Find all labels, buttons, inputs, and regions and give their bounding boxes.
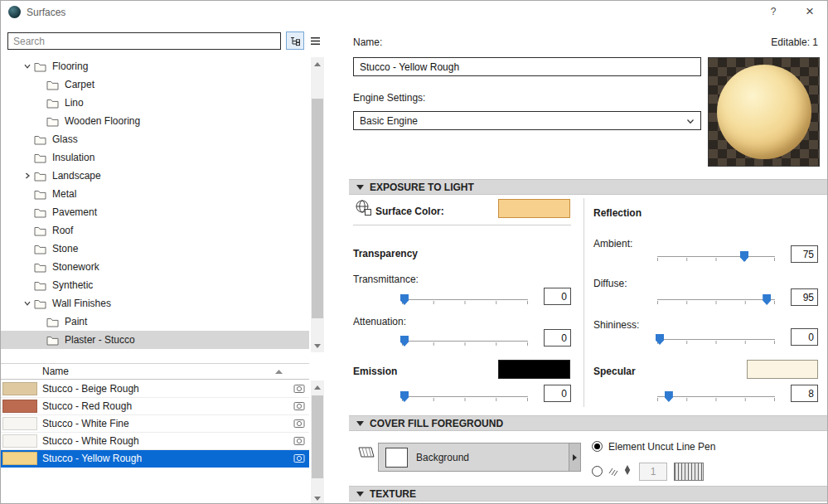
section-texture[interactable]: TEXTURE: [349, 486, 827, 502]
column-divider: [583, 198, 584, 407]
background-fill-select[interactable]: Background: [378, 443, 581, 472]
preview-icon[interactable]: [293, 384, 305, 394]
surface-color-swatch[interactable]: [498, 199, 570, 218]
collapse-triangle-icon: [356, 421, 364, 426]
left-panel: FlooringCarpetLinoWooden FlooringGlassIn…: [1, 24, 349, 503]
preview-icon[interactable]: [293, 419, 305, 429]
surface-color-icon: [354, 199, 372, 216]
folder-icon: [46, 317, 59, 327]
tree-item-label: Pavement: [52, 206, 97, 218]
diffuse-value[interactable]: [791, 288, 818, 306]
list-item-stucco-yellow-rough[interactable]: Stucco - Yellow Rough: [1, 450, 309, 468]
list-item-stucco-white-rough[interactable]: Stucco - White Rough: [1, 433, 309, 450]
emission-slider[interactable]: [400, 390, 530, 403]
name-label: Name:: [353, 36, 382, 48]
help-button[interactable]: ?: [766, 6, 781, 17]
preview-icon[interactable]: [293, 453, 305, 463]
chevron-down-icon[interactable]: [21, 299, 34, 308]
tree-item-landscape[interactable]: Landscape: [1, 167, 309, 185]
folder-tree: FlooringCarpetLinoWooden FlooringGlassIn…: [1, 57, 309, 352]
ambient-value[interactable]: [791, 245, 818, 263]
tree-item-metal[interactable]: Metal: [1, 185, 309, 203]
preview-icon[interactable]: [293, 401, 305, 411]
ambient-slider[interactable]: [656, 250, 777, 263]
scroll-down-icon[interactable]: [311, 339, 324, 352]
tree-item-stonework[interactable]: Stonework: [1, 258, 309, 276]
tree-item-carpet[interactable]: Carpet: [1, 75, 309, 94]
pen-color-button[interactable]: [674, 463, 704, 481]
ambient-label: Ambient:: [593, 238, 632, 250]
chevron-down-icon: [686, 119, 695, 124]
section-exposure-to-light[interactable]: EXPOSURE TO LIGHT: [349, 179, 827, 195]
scroll-up-icon[interactable]: [311, 380, 324, 394]
tree-item-roof[interactable]: Roof: [1, 221, 309, 240]
tree-item-wall-finishes[interactable]: Wall Finishes: [1, 294, 309, 313]
folder-icon: [46, 80, 59, 90]
folder-icon: [34, 134, 46, 145]
hatch-icon: [608, 466, 619, 477]
emission-value[interactable]: [544, 385, 571, 402]
transmittance-value[interactable]: [544, 288, 571, 305]
diffuse-slider[interactable]: [656, 293, 777, 306]
specular-label: Specular: [593, 366, 636, 377]
list-scrollbar-thumb[interactable]: [312, 395, 323, 478]
slider-ticks: [402, 398, 528, 401]
shininess-slider[interactable]: [656, 333, 777, 346]
tree-item-lino[interactable]: Lino: [1, 94, 309, 112]
tree-scrollbar-thumb[interactable]: [312, 99, 323, 318]
tree-item-flooring[interactable]: Flooring: [1, 57, 309, 75]
shininess-value[interactable]: [791, 328, 818, 346]
collapse-triangle-icon: [356, 185, 364, 190]
list-header[interactable]: Name: [1, 363, 309, 380]
tree-item-stone[interactable]: Stone: [1, 240, 309, 258]
attenuation-label: Attenuation:: [353, 316, 406, 327]
tree-item-label: Carpet: [65, 79, 94, 90]
close-button[interactable]: ×: [801, 3, 819, 20]
scroll-down-icon[interactable]: [311, 492, 324, 504]
list-scrollbar[interactable]: [311, 380, 324, 504]
tree-scrollbar[interactable]: [311, 57, 324, 352]
tree-item-glass[interactable]: Glass: [1, 130, 309, 148]
list-view-button[interactable]: [306, 32, 324, 50]
titlebar: Surfaces ? ×: [1, 1, 827, 24]
tree-item-wooden-flooring[interactable]: Wooden Flooring: [1, 112, 309, 130]
list-item-stucco-beige-rough[interactable]: Stucco - Beige Rough: [1, 380, 309, 398]
element-uncut-line-pen-radio[interactable]: [592, 441, 603, 452]
folder-icon: [34, 298, 46, 309]
emission-label: Emission: [353, 366, 397, 377]
pen-number-input[interactable]: [639, 463, 667, 481]
tree-item-insulation[interactable]: Insulation: [1, 148, 309, 167]
tree-item-pavement[interactable]: Pavement: [1, 203, 309, 221]
transparency-label: Transparency: [353, 248, 418, 259]
tree-view-button[interactable]: [286, 32, 304, 50]
preview-icon[interactable]: [293, 436, 305, 446]
color-swatch: [2, 382, 37, 395]
custom-pen-radio[interactable]: [592, 466, 603, 477]
list-item-stucco-white-fine[interactable]: Stucco - White Fine: [1, 415, 309, 433]
chevron-down-icon[interactable]: [21, 62, 34, 70]
engine-settings-select[interactable]: Basic Engine: [353, 111, 701, 130]
attenuation-slider[interactable]: [400, 335, 530, 347]
tree-item-synthetic[interactable]: Synthetic: [1, 276, 309, 294]
emission-color-swatch[interactable]: [498, 360, 570, 379]
specular-value[interactable]: [791, 385, 818, 402]
surface-name-input[interactable]: [353, 57, 701, 76]
color-swatch: [2, 452, 37, 465]
section-cover-fill-foreground[interactable]: COVER FILL FOREGROUND: [349, 415, 827, 431]
specular-color-swatch[interactable]: [747, 360, 818, 379]
list-item-stucco-red-rough[interactable]: Stucco - Red Rough: [1, 398, 309, 415]
search-input[interactable]: [7, 32, 281, 50]
scroll-up-icon[interactable]: [311, 57, 324, 70]
tree-item-plaster-stucco[interactable]: Plaster - Stucco: [1, 331, 309, 349]
shininess-label: Shininess:: [593, 319, 639, 331]
flyout-arrow-icon[interactable]: [569, 443, 580, 471]
slider-ticks: [657, 301, 775, 304]
slider-ticks: [402, 342, 528, 346]
tree-item-paint[interactable]: Paint: [1, 313, 309, 331]
specular-slider[interactable]: [656, 390, 777, 403]
pen-icon: [623, 464, 632, 476]
tree-item-label: Wall Finishes: [52, 298, 111, 309]
attenuation-value[interactable]: [544, 329, 571, 346]
transmittance-slider[interactable]: [400, 293, 530, 306]
chevron-right-icon[interactable]: [21, 172, 34, 180]
